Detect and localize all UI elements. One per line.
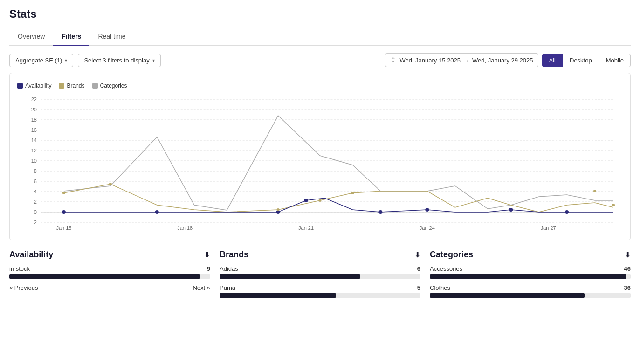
page-title: Stats <box>9 7 631 21</box>
chart-legend: Availability Brands Categories <box>17 82 623 89</box>
aggregate-dropdown[interactable]: Aggregate SE (1) ▾ <box>9 54 73 67</box>
categories-accessories-count: 46 <box>624 265 631 272</box>
view-all-button[interactable]: All <box>542 54 563 67</box>
categories-accessories-progress-bg <box>430 274 631 279</box>
svg-point-42 <box>277 208 280 211</box>
filter-select-label: Select 3 filters to display <box>84 57 149 64</box>
filter-select-dropdown[interactable]: Select 3 filters to display ▾ <box>78 54 160 67</box>
brands-puma-count: 5 <box>417 284 420 291</box>
availability-download-icon[interactable]: ⬇ <box>204 250 210 259</box>
categories-accessories-label: Accessories <box>430 265 462 272</box>
availability-header: Availability ⬇ <box>9 250 210 260</box>
availability-item-label: in stock <box>9 265 30 272</box>
svg-text:22: 22 <box>31 96 37 102</box>
categories-clothes-count: 36 <box>624 284 631 291</box>
svg-point-39 <box>565 210 569 214</box>
categories-download-icon[interactable]: ⬇ <box>625 250 631 259</box>
view-buttons: All Desktop Mobile <box>542 54 631 67</box>
svg-point-43 <box>319 199 322 202</box>
categories-item-accessories-header: Accessories 46 <box>430 265 631 272</box>
svg-text:12: 12 <box>31 148 37 153</box>
tab-realtime[interactable]: Real time <box>89 28 134 46</box>
chart-container: Availability Brands Categories <box>9 73 631 240</box>
categories-section: Categories ⬇ Accessories 46 Clothes 36 <box>430 250 631 303</box>
svg-text:-2: -2 <box>32 220 37 225</box>
svg-point-32 <box>62 210 66 214</box>
legend-categories-dot <box>92 83 98 89</box>
prev-button[interactable]: « Previous <box>9 284 38 291</box>
brands-item-adidas: Adidas 6 <box>220 265 420 279</box>
brands-section: Brands ⬇ Adidas 6 Puma 5 <box>220 250 420 303</box>
svg-text:0: 0 <box>34 209 37 215</box>
toolbar-right: 🗓 Wed, January 15 2025 → Wed, January 29… <box>385 53 631 67</box>
aggregate-label: Aggregate SE (1) <box>15 57 62 64</box>
availability-progress-bg <box>9 274 210 279</box>
svg-text:18: 18 <box>31 117 37 123</box>
tab-overview[interactable]: Overview <box>9 28 53 46</box>
view-mobile-button[interactable]: Mobile <box>599 54 631 67</box>
svg-text:10: 10 <box>31 158 37 164</box>
next-button[interactable]: Next » <box>193 284 210 291</box>
toolbar-left: Aggregate SE (1) ▾ Select 3 filters to d… <box>9 54 380 67</box>
chart-svg: 22 20 18 16 14 12 10 8 6 4 2 0 -2 Jan 15… <box>17 95 623 230</box>
categories-item-clothes-header: Clothes 36 <box>430 284 631 291</box>
svg-text:8: 8 <box>34 168 37 174</box>
tabs-container: Overview Filters Real time <box>9 28 631 46</box>
categories-item-accessories: Accessories 46 <box>430 265 631 279</box>
svg-text:2: 2 <box>34 199 37 205</box>
categories-clothes-progress-bg <box>430 293 631 298</box>
svg-point-40 <box>62 192 65 194</box>
filter-sections: Availability ⬇ in stock 9 « Previous Nex… <box>9 250 631 303</box>
legend-brands-label: Brands <box>67 82 84 89</box>
svg-point-35 <box>304 199 308 202</box>
brands-adidas-count: 6 <box>417 265 420 272</box>
svg-text:4: 4 <box>34 189 37 194</box>
calendar-icon: 🗓 <box>390 56 397 64</box>
legend-brands: Brands <box>59 82 84 89</box>
availability-item-instock-header: in stock 9 <box>9 265 210 272</box>
svg-text:Jan 27: Jan 27 <box>541 225 556 230</box>
tab-filters[interactable]: Filters <box>53 28 89 46</box>
brands-item-adidas-header: Adidas 6 <box>220 265 420 272</box>
brands-puma-label: Puma <box>220 284 235 291</box>
availability-pagination: « Previous Next » <box>9 284 210 291</box>
brands-puma-progress-bg <box>220 293 420 298</box>
categories-accessories-progress-fill <box>430 274 626 279</box>
legend-availability: Availability <box>17 82 51 89</box>
brands-header: Brands ⬇ <box>220 250 420 260</box>
brands-adidas-progress-bg <box>220 274 420 279</box>
svg-point-38 <box>509 208 513 212</box>
svg-point-45 <box>593 190 596 192</box>
categories-title: Categories <box>430 250 473 260</box>
svg-text:14: 14 <box>31 137 37 143</box>
legend-categories: Categories <box>92 82 127 89</box>
view-desktop-button[interactable]: Desktop <box>563 54 599 67</box>
svg-point-36 <box>378 210 382 214</box>
brands-adidas-progress-fill <box>220 274 360 279</box>
brands-item-puma-header: Puma 5 <box>220 284 420 291</box>
brands-puma-progress-fill <box>220 293 336 298</box>
availability-section: Availability ⬇ in stock 9 « Previous Nex… <box>9 250 210 303</box>
date-range-picker[interactable]: 🗓 Wed, January 15 2025 → Wed, January 29… <box>385 53 538 67</box>
categories-header: Categories ⬇ <box>430 250 631 260</box>
svg-text:6: 6 <box>34 179 37 184</box>
brands-download-icon[interactable]: ⬇ <box>414 250 420 259</box>
svg-text:16: 16 <box>31 127 37 133</box>
availability-progress-fill <box>9 274 200 279</box>
categories-clothes-label: Clothes <box>430 284 450 291</box>
svg-point-46 <box>612 204 615 206</box>
categories-clothes-progress-fill <box>430 293 585 298</box>
date-to: Wed, January 29 2025 <box>472 57 533 64</box>
svg-text:Jan 24: Jan 24 <box>420 225 435 230</box>
svg-point-41 <box>109 183 112 185</box>
svg-text:Jan 21: Jan 21 <box>298 225 314 230</box>
toolbar: Aggregate SE (1) ▾ Select 3 filters to d… <box>9 53 631 67</box>
brands-item-puma: Puma 5 <box>220 284 420 298</box>
brands-adidas-label: Adidas <box>220 265 238 272</box>
availability-title: Availability <box>9 250 53 260</box>
svg-text:20: 20 <box>31 107 37 112</box>
svg-point-33 <box>155 210 159 214</box>
chart-svg-area: 22 20 18 16 14 12 10 8 6 4 2 0 -2 Jan 15… <box>17 95 623 230</box>
legend-categories-label: Categories <box>100 82 127 89</box>
aggregate-chevron-icon: ▾ <box>65 58 67 63</box>
